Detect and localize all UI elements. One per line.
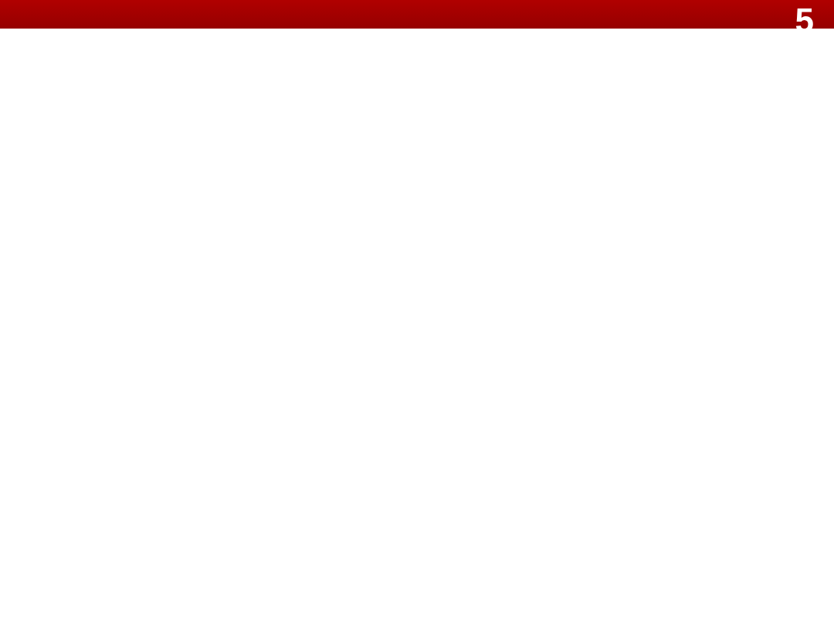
page-body xyxy=(0,29,834,644)
